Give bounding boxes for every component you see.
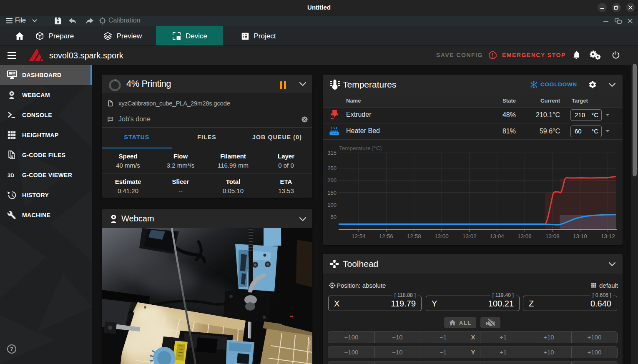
svg-text:12:54: 12:54 bbox=[352, 233, 366, 239]
svg-text:50: 50 bbox=[331, 214, 337, 220]
svg-text:13:06: 13:06 bbox=[517, 233, 532, 239]
svg-text:13:08: 13:08 bbox=[545, 233, 560, 239]
svg-text:13:10: 13:10 bbox=[573, 233, 587, 239]
svg-text:250: 250 bbox=[327, 165, 337, 171]
svg-text:150: 150 bbox=[327, 190, 337, 196]
svg-text:315: 315 bbox=[327, 150, 337, 156]
svg-text:12:58: 12:58 bbox=[407, 233, 421, 239]
svg-text:13:12: 13:12 bbox=[601, 233, 615, 239]
svg-text:Temperature [°C]: Temperature [°C] bbox=[339, 145, 382, 151]
svg-text:12:56: 12:56 bbox=[379, 233, 393, 239]
svg-text:13:00: 13:00 bbox=[435, 233, 449, 239]
svg-text:200: 200 bbox=[327, 177, 337, 183]
svg-text:100: 100 bbox=[327, 202, 337, 208]
svg-text:3D: 3D bbox=[8, 172, 15, 178]
svg-text:13:02: 13:02 bbox=[462, 233, 477, 239]
svg-text:13:04: 13:04 bbox=[490, 233, 504, 239]
